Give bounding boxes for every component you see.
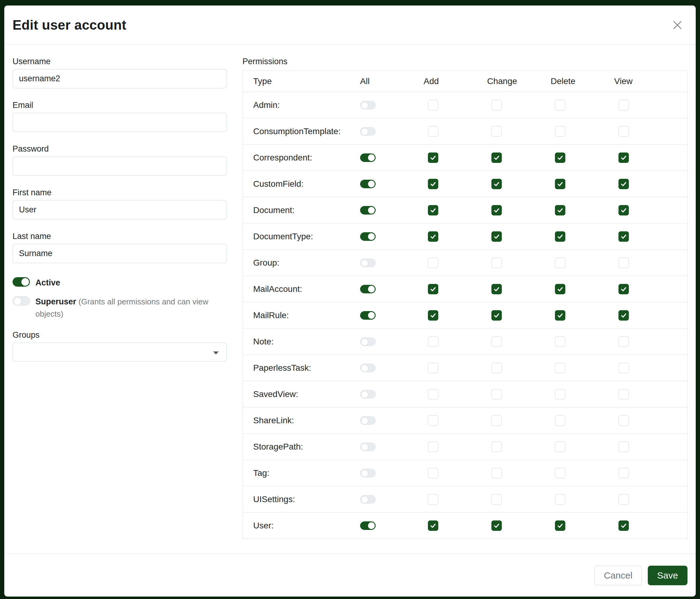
permission-all-toggle[interactable] [360, 495, 376, 504]
permission-delete-checkbox[interactable] [555, 494, 565, 505]
permission-delete-checkbox[interactable] [555, 179, 565, 189]
permission-all-toggle[interactable] [360, 180, 376, 188]
permission-add-checkbox[interactable] [428, 152, 438, 163]
permission-all-toggle[interactable] [360, 416, 376, 425]
permission-delete-checkbox[interactable] [555, 152, 565, 163]
username-input[interactable] [12, 69, 227, 88]
superuser-toggle[interactable] [12, 296, 30, 306]
permission-view-checkbox[interactable] [619, 258, 629, 268]
permission-delete-checkbox[interactable] [555, 336, 565, 347]
permission-add-checkbox[interactable] [428, 231, 438, 242]
save-button[interactable]: Save [648, 566, 688, 585]
permission-change-checkbox[interactable] [492, 468, 502, 478]
permission-all-toggle[interactable] [360, 364, 376, 372]
permission-view-checkbox[interactable] [619, 100, 629, 110]
permission-view-checkbox[interactable] [619, 494, 629, 505]
permission-add-checkbox[interactable] [428, 415, 438, 426]
permission-all-toggle[interactable] [360, 521, 376, 530]
permission-view-checkbox[interactable] [619, 336, 629, 347]
permission-delete-checkbox[interactable] [555, 100, 565, 110]
permission-type-label: ConsumptionTemplate: [243, 126, 360, 136]
permission-delete-checkbox[interactable] [555, 441, 565, 452]
permission-add-checkbox[interactable] [428, 468, 438, 478]
permission-view-checkbox[interactable] [619, 521, 629, 531]
permission-all-toggle[interactable] [360, 232, 376, 241]
permission-view-checkbox[interactable] [619, 126, 629, 137]
permission-delete-checkbox[interactable] [555, 205, 565, 215]
permission-add-checkbox[interactable] [428, 100, 438, 110]
permission-delete-checkbox[interactable] [555, 521, 565, 531]
permission-add-checkbox[interactable] [428, 284, 438, 294]
permission-add-checkbox[interactable] [428, 521, 438, 531]
permission-change-checkbox[interactable] [492, 100, 502, 110]
permission-add-checkbox[interactable] [428, 258, 438, 268]
permission-delete-checkbox[interactable] [555, 363, 565, 373]
permission-add-checkbox[interactable] [428, 310, 438, 320]
permission-add-checkbox[interactable] [428, 389, 438, 400]
permission-delete-checkbox[interactable] [555, 284, 565, 294]
permission-add-checkbox[interactable] [428, 205, 438, 215]
permission-change-checkbox[interactable] [492, 441, 502, 452]
permission-change-checkbox[interactable] [492, 152, 502, 163]
permission-change-checkbox[interactable] [492, 231, 502, 242]
permission-type-label: Document: [243, 206, 360, 215]
modal-header: Edit user account [4, 5, 696, 45]
permission-view-checkbox[interactable] [619, 415, 629, 426]
first-name-input[interactable] [12, 200, 227, 219]
permission-view-checkbox[interactable] [619, 441, 629, 452]
permission-change-checkbox[interactable] [492, 494, 502, 505]
permission-change-checkbox[interactable] [492, 258, 502, 268]
permission-all-toggle[interactable] [360, 442, 376, 451]
permission-add-checkbox[interactable] [428, 494, 438, 505]
permission-change-checkbox[interactable] [492, 336, 502, 347]
permission-view-checkbox[interactable] [619, 468, 629, 478]
permission-view-checkbox[interactable] [619, 205, 629, 215]
permission-change-checkbox[interactable] [492, 415, 502, 426]
close-icon[interactable] [668, 16, 686, 34]
permission-change-checkbox[interactable] [492, 521, 502, 531]
permission-all-toggle[interactable] [360, 153, 376, 162]
permission-add-checkbox[interactable] [428, 179, 438, 189]
groups-select[interactable] [12, 342, 227, 362]
permission-add-checkbox[interactable] [428, 336, 438, 347]
permission-change-checkbox[interactable] [492, 205, 502, 215]
permission-change-checkbox[interactable] [492, 310, 502, 320]
permission-delete-checkbox[interactable] [555, 310, 565, 320]
permission-view-checkbox[interactable] [619, 389, 629, 400]
permission-add-checkbox[interactable] [428, 126, 438, 137]
permission-view-checkbox[interactable] [619, 179, 629, 189]
password-input[interactable] [12, 157, 227, 176]
permission-all-toggle[interactable] [360, 259, 376, 267]
permission-delete-checkbox[interactable] [555, 468, 565, 478]
active-toggle[interactable] [12, 277, 30, 287]
permission-delete-checkbox[interactable] [555, 258, 565, 268]
permission-add-checkbox[interactable] [428, 441, 438, 452]
permission-change-checkbox[interactable] [492, 126, 502, 137]
permission-delete-checkbox[interactable] [555, 389, 565, 400]
permission-all-toggle[interactable] [360, 285, 376, 293]
permission-all-toggle[interactable] [360, 337, 376, 346]
permission-change-checkbox[interactable] [492, 179, 502, 189]
permission-view-checkbox[interactable] [619, 152, 629, 163]
permission-add-checkbox[interactable] [428, 363, 438, 373]
permission-view-checkbox[interactable] [619, 363, 629, 373]
last-name-input[interactable] [12, 244, 227, 263]
permission-delete-checkbox[interactable] [555, 126, 565, 137]
permission-all-toggle[interactable] [360, 206, 376, 215]
permission-all-toggle[interactable] [360, 311, 376, 320]
permission-all-toggle[interactable] [360, 390, 376, 399]
permission-all-toggle[interactable] [360, 127, 376, 136]
email-input[interactable] [12, 113, 227, 132]
permission-change-checkbox[interactable] [492, 389, 502, 400]
permission-view-checkbox[interactable] [619, 310, 629, 320]
permission-all-toggle[interactable] [360, 469, 376, 477]
permission-delete-checkbox[interactable] [555, 415, 565, 426]
permission-view-checkbox[interactable] [619, 231, 629, 242]
permission-all-toggle[interactable] [360, 101, 376, 110]
permission-change-checkbox[interactable] [492, 284, 502, 294]
permission-view-checkbox[interactable] [619, 284, 629, 294]
cancel-button[interactable]: Cancel [594, 566, 642, 585]
perm-header-add: Add [424, 76, 487, 86]
permission-delete-checkbox[interactable] [555, 231, 565, 242]
permission-change-checkbox[interactable] [492, 363, 502, 373]
